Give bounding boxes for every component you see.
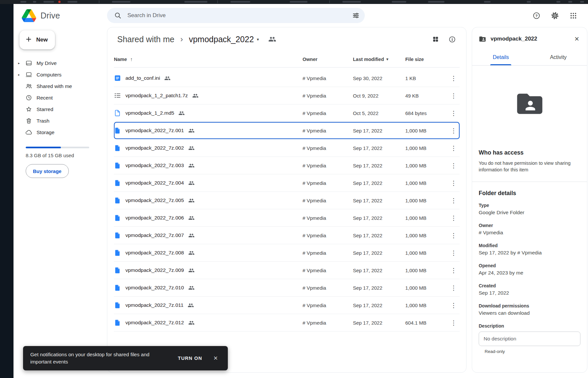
folder-details-fields: Type Google Drive Folder Owner # Vpmedia… [479, 203, 580, 316]
file-name: vpmodpack_2022_7z.010 [125, 285, 184, 291]
info-button[interactable] [445, 32, 459, 46]
description-input[interactable] [479, 332, 580, 346]
tab-details[interactable]: Details [472, 50, 530, 65]
row-more-actions-button[interactable]: ⋮ [448, 160, 460, 171]
file-name: vpmodpack_2022_7z.006 [125, 215, 184, 221]
trash-icon [25, 117, 37, 124]
row-more-actions-button[interactable]: ⋮ [448, 107, 460, 119]
file-type-icon [114, 74, 121, 82]
sidebar-item-storage[interactable]: Storage [13, 127, 107, 138]
shared-people-icon [188, 267, 195, 274]
row-more-actions-button[interactable]: ⋮ [448, 125, 460, 136]
file-row[interactable]: vpmodpack_2022_7z.011 # Vpmedia Sep 17, … [114, 297, 460, 314]
file-modified: Sep 17, 2022 [353, 145, 405, 151]
search-bar[interactable] [107, 8, 365, 23]
file-row[interactable]: vpmodpack_2022_7z.008 # Vpmedia Sep 17, … [114, 244, 460, 262]
svg-text:?: ? [535, 14, 538, 17]
file-row[interactable]: vpmodpack_2022_7z.009 # Vpmedia Sep 17, … [114, 262, 460, 279]
column-header-modified[interactable]: Last modified ▾ [353, 57, 405, 62]
sidebar-nav: ▸ My Drive ▸ Computers Shared with me Re… [13, 57, 107, 138]
expand-chevron-icon[interactable]: ▸ [18, 61, 25, 65]
row-more-actions-button[interactable]: ⋮ [448, 90, 460, 102]
search-icon[interactable] [112, 10, 123, 21]
folder-shared-people-icon[interactable] [268, 35, 276, 43]
detail-field-value: # Vpmedia [479, 230, 580, 236]
sidebar-item-my-drive[interactable]: ▸ My Drive [13, 57, 107, 69]
toast-close-button[interactable]: × [209, 352, 222, 364]
file-row[interactable]: vpmodpack_2022_7z.004 # Vpmedia Sep 17, … [114, 174, 460, 192]
file-row[interactable]: vpmodpack_2022_7z.007 # Vpmedia Sep 17, … [114, 227, 460, 244]
column-header-name[interactable]: Name ↑ [114, 56, 303, 62]
computers-icon [25, 71, 37, 78]
file-row[interactable]: vpmodpack_1_2.md5 # Vpmedia Oct 5, 2022 … [114, 104, 460, 122]
row-more-actions-button[interactable]: ⋮ [448, 317, 460, 329]
file-modified: Sep 17, 2022 [353, 268, 405, 273]
grid-view-button[interactable] [429, 32, 442, 46]
new-button[interactable]: New [19, 30, 55, 49]
search-input[interactable] [127, 12, 346, 19]
search-filters-icon[interactable] [350, 10, 361, 21]
detail-field-label: Opened [479, 263, 580, 268]
file-row[interactable]: vpmodpack_2022_7z.001 # Vpmedia Sep 17, … [114, 122, 460, 139]
expand-chevron-icon[interactable]: ▸ [18, 73, 25, 76]
app-body: New ▸ My Drive ▸ Computers Shared with m… [13, 27, 588, 378]
storage-progress [26, 147, 89, 148]
sidebar-item-shared-with-me[interactable]: Shared with me [13, 80, 107, 92]
file-modified: Sep 17, 2022 [353, 128, 405, 133]
file-row[interactable]: vpmodpack_1_2_patch1.7z # Vpmedia Oct 9,… [114, 87, 460, 104]
file-list-card: Shared with me › vpmodpack_2022 ▾ [107, 27, 467, 373]
row-more-actions-button[interactable]: ⋮ [448, 229, 460, 241]
sidebar-item-starred[interactable]: Starred [13, 103, 107, 115]
row-more-actions-button[interactable]: ⋮ [448, 142, 460, 154]
row-more-actions-button[interactable]: ⋮ [448, 194, 460, 206]
sidebar-item-recent[interactable]: Recent [13, 92, 107, 103]
view-controls [429, 32, 459, 46]
file-row[interactable]: vpmodpack_2022_7z.012 # Vpmedia Sep 17, … [114, 314, 460, 332]
breadcrumb-current[interactable]: vpmodpack_2022 ▾ [186, 34, 262, 45]
row-more-actions-button[interactable]: ⋮ [448, 177, 460, 189]
tab-activity[interactable]: Activity [530, 50, 587, 65]
sidebar-item-trash[interactable]: Trash [13, 115, 107, 127]
file-row[interactable]: vpmodpack_2022_7z.006 # Vpmedia Sep 17, … [114, 209, 460, 227]
breadcrumb-parent[interactable]: Shared with me [115, 34, 177, 45]
turn-on-button[interactable]: TURN ON [176, 353, 204, 363]
panel-divider [472, 182, 587, 182]
file-owner-cell: # Vpmedia [303, 163, 353, 168]
detail-field-value: Apr 24, 2023 by me [479, 270, 580, 276]
buy-storage-button[interactable]: Buy storage [26, 164, 69, 178]
row-more-actions-button[interactable]: ⋮ [448, 247, 460, 259]
file-row[interactable]: vpmodpack_2022_7z.002 # Vpmedia Sep 17, … [114, 139, 460, 157]
file-row[interactable]: vpmodpack_2022_7z.003 # Vpmedia Sep 17, … [114, 157, 460, 174]
row-more-actions-button[interactable]: ⋮ [448, 212, 460, 224]
row-more-actions-button[interactable]: ⋮ [448, 299, 460, 311]
panel-body: Who has access You do not have permissio… [472, 66, 587, 372]
file-owner-cell: # Vpmedia [303, 198, 353, 203]
shared-people-icon [188, 180, 195, 186]
file-modified: Sep 17, 2022 [353, 285, 405, 291]
detail-field-label: Modified [479, 243, 580, 248]
browser-tab-fragment [33, 1, 36, 3]
settings-gear-icon[interactable] [548, 9, 562, 22]
help-button[interactable]: ? [529, 9, 543, 22]
shared-people-icon [188, 320, 195, 326]
file-owner-cell: # Vpmedia [303, 285, 353, 291]
file-owner-cell: # Vpmedia [303, 128, 353, 133]
shared-people-icon [178, 110, 185, 116]
google-apps-grid-icon[interactable] [566, 9, 580, 22]
file-size: 1,000 MB [405, 180, 445, 186]
sort-ascending-icon: ↑ [130, 56, 133, 62]
sidebar-item-computers[interactable]: ▸ Computers [13, 69, 107, 80]
file-name: vpmodpack_2022_7z.004 [125, 180, 184, 186]
close-panel-button[interactable]: × [570, 32, 584, 46]
drive-home-link[interactable]: Drive [13, 9, 107, 22]
file-row[interactable]: vpmodpack_2022_7z.010 # Vpmedia Sep 17, … [114, 279, 460, 297]
file-row[interactable]: vpmodpack_2022_7z.005 # Vpmedia Sep 17, … [114, 192, 460, 209]
row-more-actions-button[interactable]: ⋮ [448, 282, 460, 294]
file-name-cell: vpmodpack_2022_7z.002 [114, 144, 303, 152]
row-more-actions-button[interactable]: ⋮ [448, 72, 460, 84]
table-header: Name ↑ Owner Last modified ▾ File size [114, 51, 460, 68]
file-row[interactable]: add_to_conf.ini # Vpmedia Sep 30, 2022 1… [114, 70, 460, 87]
file-modified: Sep 17, 2022 [353, 180, 405, 186]
row-more-actions-button[interactable]: ⋮ [448, 264, 460, 276]
file-type-icon [114, 267, 121, 274]
